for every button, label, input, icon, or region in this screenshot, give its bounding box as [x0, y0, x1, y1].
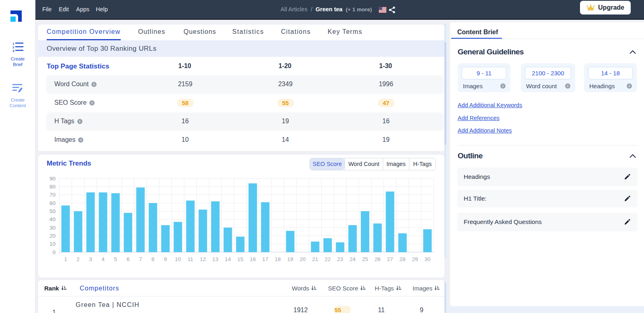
svg-text:60: 60 [50, 200, 56, 206]
svg-text:6: 6 [126, 256, 130, 262]
svg-text:22: 22 [324, 256, 330, 262]
svg-text:28: 28 [399, 256, 405, 262]
svg-text:7: 7 [139, 256, 142, 262]
svg-text:13: 13 [212, 256, 218, 262]
svg-text:30: 30 [424, 256, 430, 262]
svg-text:4: 4 [101, 256, 105, 262]
svg-text:9: 9 [164, 256, 167, 262]
svg-text:20: 20 [50, 233, 56, 239]
svg-text:15: 15 [237, 256, 243, 262]
svg-text:1: 1 [64, 256, 67, 262]
svg-text:5: 5 [114, 256, 117, 262]
svg-text:80: 80 [50, 184, 56, 190]
svg-text:23: 23 [337, 256, 343, 262]
svg-text:14: 14 [225, 256, 231, 262]
svg-text:30: 30 [50, 225, 56, 231]
svg-text:1: 1 [12, 42, 14, 46]
svg-text:18: 18 [275, 256, 281, 262]
svg-text:25: 25 [362, 256, 368, 262]
svg-text:29: 29 [412, 256, 418, 262]
svg-text:24: 24 [349, 256, 356, 262]
svg-text:17: 17 [262, 256, 268, 262]
svg-text:26: 26 [374, 256, 380, 262]
svg-text:19: 19 [287, 256, 293, 262]
svg-text:40: 40 [50, 216, 56, 222]
svg-text:11: 11 [188, 256, 193, 262]
svg-text:10: 10 [175, 256, 181, 262]
svg-text:70: 70 [50, 192, 56, 198]
svg-text:20: 20 [299, 256, 305, 262]
svg-text:21: 21 [312, 256, 318, 262]
svg-text:90: 90 [50, 176, 56, 182]
svg-text:2: 2 [76, 256, 80, 262]
svg-text:50: 50 [50, 208, 56, 214]
svg-text:8: 8 [151, 256, 155, 262]
svg-text:0: 0 [52, 249, 56, 255]
svg-text:10: 10 [50, 241, 56, 247]
svg-text:27: 27 [387, 256, 393, 262]
svg-text:2: 2 [12, 46, 14, 49]
svg-text:3: 3 [12, 49, 14, 52]
svg-text:3: 3 [89, 256, 92, 262]
svg-text:16: 16 [250, 256, 256, 262]
svg-text:12: 12 [200, 256, 206, 262]
